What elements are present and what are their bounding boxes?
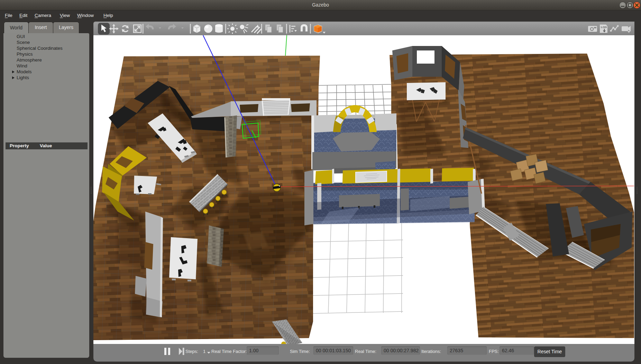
svg-text:LOG: LOG bbox=[601, 26, 607, 29]
